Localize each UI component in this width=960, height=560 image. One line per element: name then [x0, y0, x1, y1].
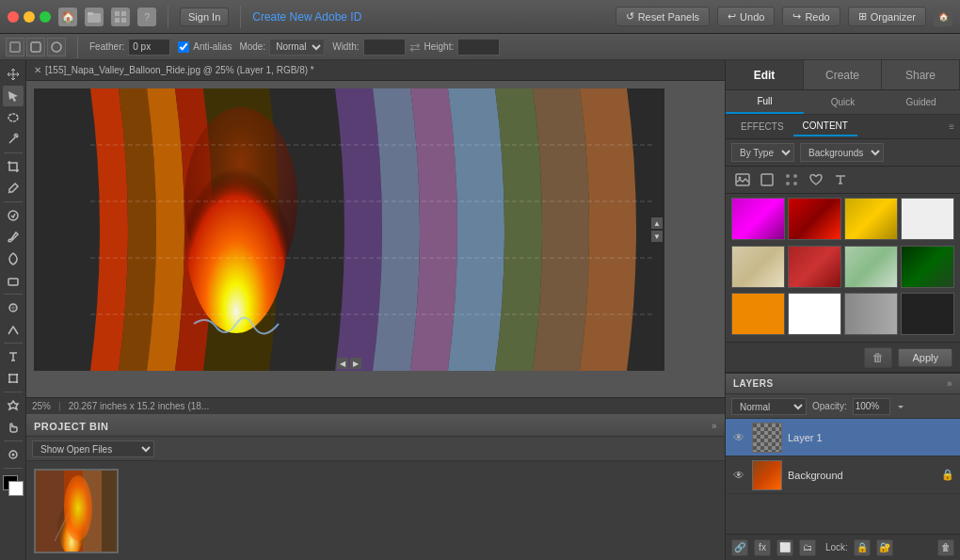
- close-button[interactable]: [8, 11, 19, 23]
- feather-input[interactable]: [128, 39, 170, 56]
- opacity-input[interactable]: [853, 398, 890, 415]
- delete-button[interactable]: 🗑: [864, 347, 892, 368]
- tab-create[interactable]: Create: [804, 60, 882, 89]
- undo-button[interactable]: ↩ Undo: [717, 7, 775, 26]
- blend-mode-select[interactable]: Normal: [731, 398, 807, 415]
- lasso-tool[interactable]: [3, 107, 24, 128]
- bg-swatch-9[interactable]: [788, 293, 841, 335]
- create-id-label[interactable]: Create New Adobe ID: [252, 10, 361, 24]
- tab-share[interactable]: Share: [882, 60, 960, 89]
- question-icon[interactable]: ?: [137, 8, 156, 26]
- custom-shape-tool[interactable]: [3, 395, 24, 416]
- layers-lock-button[interactable]: 🔒: [854, 539, 871, 556]
- bg-swatch-6[interactable]: [844, 246, 898, 288]
- layers-group-button[interactable]: 🗂: [799, 539, 816, 556]
- magic-wand-tool[interactable]: [3, 129, 24, 150]
- layer-row-layer1[interactable]: 👁 Layer 1: [726, 419, 960, 456]
- content-tab[interactable]: CONTENT: [793, 117, 857, 136]
- panel-menu-icon[interactable]: ≡: [949, 121, 954, 132]
- move-tool[interactable]: [3, 64, 24, 85]
- reset-panels-button[interactable]: ↺ Reset Panels: [616, 7, 710, 26]
- backgrounds-select[interactable]: Backgrounds: [800, 143, 884, 162]
- apply-button[interactable]: Apply: [898, 348, 952, 367]
- height-input[interactable]: [457, 39, 500, 56]
- selection-tool[interactable]: [3, 86, 24, 106]
- tab-edit[interactable]: Edit: [726, 60, 804, 89]
- layer-row-background[interactable]: 👁 Background 🔒: [726, 456, 960, 494]
- bg-swatch-8[interactable]: [731, 293, 785, 335]
- crop-tool[interactable]: [3, 156, 24, 177]
- bg-swatch-3[interactable]: [901, 198, 954, 240]
- layer1-visibility[interactable]: 👁: [731, 430, 746, 445]
- tool-preset-1[interactable]: [6, 38, 24, 56]
- mode-select[interactable]: Normal: [269, 39, 325, 56]
- bg-swatch-5[interactable]: [788, 246, 841, 288]
- layers-delete-button[interactable]: 🗑: [937, 539, 954, 556]
- grid-icon[interactable]: [111, 8, 130, 26]
- bg-swatch-0[interactable]: [731, 198, 785, 240]
- reset-icon: ↺: [626, 10, 634, 23]
- show-files-select[interactable]: Show Open Files: [32, 440, 154, 457]
- bg-swatch-11[interactable]: [901, 293, 954, 335]
- project-bin-expand[interactable]: »: [712, 421, 717, 431]
- layers-fx-button[interactable]: fx: [754, 539, 771, 556]
- eraser-tool[interactable]: [3, 270, 24, 291]
- layers-link-button[interactable]: 🔗: [731, 539, 748, 556]
- edit-mode-quick[interactable]: Quick: [804, 90, 882, 114]
- bg-swatch-4[interactable]: [731, 246, 785, 288]
- content-icon-pattern[interactable]: [782, 170, 801, 189]
- brush-tool[interactable]: [3, 227, 24, 248]
- layers-lock-all-button[interactable]: 🔐: [876, 539, 893, 556]
- blur-tool[interactable]: [3, 297, 24, 318]
- background-color[interactable]: [8, 481, 24, 496]
- bg-swatch-10[interactable]: [844, 293, 898, 335]
- layers-mask-button[interactable]: ⬜: [776, 539, 793, 556]
- scroll-up[interactable]: ▲: [651, 217, 663, 229]
- antialias-checkbox[interactable]: [178, 41, 189, 53]
- settings-tool[interactable]: [3, 444, 24, 465]
- edit-mode-full[interactable]: Full: [726, 90, 804, 114]
- color-swatches[interactable]: [3, 475, 24, 496]
- main-layout: ✕ [155]_Napa_Valley_Balloon_Ride.jpg @ 2…: [0, 60, 960, 560]
- background-visibility[interactable]: 👁: [731, 468, 746, 483]
- dodge-tool[interactable]: [3, 319, 24, 340]
- bg-swatch-1[interactable]: [788, 198, 841, 240]
- text-tool[interactable]: [3, 346, 24, 367]
- effects-tab[interactable]: EFFECTS: [731, 118, 793, 136]
- layers-expand[interactable]: »: [947, 378, 952, 389]
- hand-tool[interactable]: [3, 417, 24, 438]
- content-icon-text[interactable]: [831, 170, 850, 189]
- scroll-down[interactable]: ▼: [651, 231, 663, 242]
- eyedropper-tool[interactable]: [3, 178, 24, 199]
- tool-preset-3[interactable]: [47, 38, 66, 56]
- content-icon-image[interactable]: [733, 170, 752, 189]
- bg-swatch-7[interactable]: [901, 246, 954, 288]
- bin-thumbnail-1[interactable]: [34, 469, 119, 553]
- project-bin-header: PROJECT BIN »: [26, 416, 725, 437]
- project-bin-content: [26, 461, 725, 560]
- project-bin: PROJECT BIN » Show Open Files: [26, 414, 725, 560]
- bg-swatch-2[interactable]: [844, 198, 898, 240]
- scroll-right[interactable]: ▶: [350, 358, 361, 369]
- width-input[interactable]: [363, 39, 406, 56]
- swap-icon[interactable]: ⇄: [409, 40, 421, 55]
- clone-tool[interactable]: [3, 248, 24, 269]
- spot-heal-tool[interactable]: [3, 205, 24, 226]
- redo-button[interactable]: ↪ Redo: [782, 7, 840, 26]
- scroll-left[interactable]: ◀: [337, 358, 348, 369]
- edit-mode-guided[interactable]: Guided: [882, 90, 960, 114]
- tool-preset-2[interactable]: [26, 38, 45, 56]
- canvas-wrapper[interactable]: ▲ ▼ ◀ ▶: [26, 81, 725, 397]
- organizer-button[interactable]: ⊞ Organizer: [848, 7, 926, 26]
- folder-icon[interactable]: [85, 8, 104, 26]
- by-type-select[interactable]: By Type: [731, 143, 794, 162]
- sign-in-button[interactable]: Sign In: [180, 8, 229, 26]
- transform-tool[interactable]: [3, 368, 24, 389]
- opacity-arrow[interactable]: [896, 402, 905, 411]
- maximize-button[interactable]: [40, 11, 51, 23]
- content-icon-heart[interactable]: [807, 170, 825, 189]
- canvas-close[interactable]: ✕: [34, 65, 41, 75]
- content-icon-shape[interactable]: [758, 170, 776, 189]
- minimize-button[interactable]: [24, 11, 35, 23]
- home-icon[interactable]: 🏠: [934, 8, 952, 26]
